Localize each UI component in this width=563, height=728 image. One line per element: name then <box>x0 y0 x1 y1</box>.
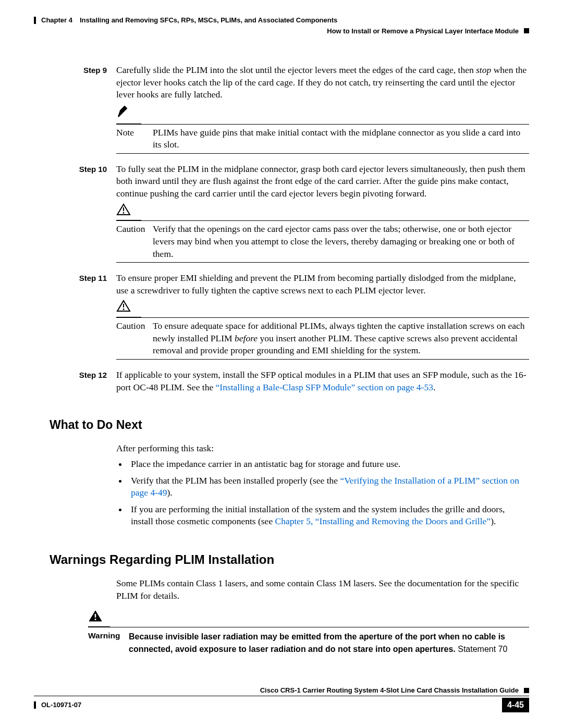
step-body: To fully seat the PLIM in the midplane c… <box>116 163 529 200</box>
list-item: Verify that the PLIM has been installed … <box>128 475 529 499</box>
caution-label: Caution <box>116 320 153 357</box>
step-body: Carefully slide the PLIM into the slot u… <box>116 64 529 101</box>
heading-what-to-do-next: What to Do Next <box>50 417 529 433</box>
warning-text: Because invisible laser radiation may be… <box>129 631 529 655</box>
list-item: Place the impedance carrier in an antist… <box>128 458 529 471</box>
what-next-intro: After performing this task: <box>116 442 529 455</box>
warning-label: Warning <box>88 631 129 655</box>
caution-triangle-icon <box>116 203 131 216</box>
warning-triangle-icon <box>88 610 103 622</box>
note-pen-icon <box>116 104 131 119</box>
warnings-intro: Some PLIMs contain Class 1 lasers, and s… <box>116 577 529 602</box>
svg-point-1 <box>123 212 125 214</box>
caution-block: Caution Verify that the openings on the … <box>116 203 529 263</box>
header-square-icon <box>524 28 529 33</box>
step-body: To ensure proper EMI shielding and preve… <box>116 272 529 297</box>
list-item: If you are performing the initial instal… <box>128 503 529 528</box>
caution-text: Verify that the openings on the card eje… <box>153 223 529 260</box>
what-next-list: Place the impedance carrier in an antist… <box>116 458 529 528</box>
guide-title: Cisco CRS-1 Carrier Routing System 4-Slo… <box>260 686 519 695</box>
step-label: Step 10 <box>34 163 116 200</box>
caution-triangle-icon <box>116 300 131 312</box>
section-title: How to Install or Remove a Physical Laye… <box>327 27 519 36</box>
heading-warnings: Warnings Regarding PLIM Installation <box>50 551 529 568</box>
section-header: How to Install or Remove a Physical Laye… <box>34 27 529 36</box>
step-label: Step 11 <box>34 272 116 297</box>
step-body: If applicable to your system, install th… <box>116 369 529 393</box>
footer-bar-icon <box>34 701 36 709</box>
cross-reference-link[interactable]: Chapter 5, “Installing and Removing the … <box>275 516 491 526</box>
step-row: Step 11 To ensure proper EMI shielding a… <box>34 272 529 297</box>
warning-block: Warning Because invisible laser radiatio… <box>88 610 529 656</box>
chapter-header: Chapter 4 Installing and Removing SFCs, … <box>34 16 529 25</box>
svg-point-3 <box>123 309 125 311</box>
chapter-title: Installing and Removing SFCs, RPs, MSCs,… <box>80 16 337 25</box>
cross-reference-link[interactable]: “Installing a Bale-Clasp SFP Module” sec… <box>216 382 433 392</box>
doc-id: OL-10971-07 <box>41 700 81 710</box>
note-label: Note <box>116 127 153 151</box>
note-text: PLIMs have guide pins that make initial … <box>153 127 529 151</box>
chapter-label: Chapter 4 <box>41 16 72 25</box>
step-label: Step 9 <box>34 64 116 101</box>
step-row: Step 12 If applicable to your system, in… <box>34 369 529 393</box>
caution-label: Caution <box>116 223 153 260</box>
caution-block: Caution To ensure adequate space for add… <box>116 300 529 360</box>
svg-point-5 <box>94 619 96 620</box>
caution-text: To ensure adequate space for additional … <box>153 320 529 357</box>
page-footer: Cisco CRS-1 Carrier Routing System 4-Slo… <box>34 686 529 712</box>
step-row: Step 10 To fully seat the PLIM in the mi… <box>34 163 529 200</box>
note-block: Note PLIMs have guide pins that make ini… <box>116 104 529 154</box>
step-row: Step 9 Carefully slide the PLIM into the… <box>34 64 529 101</box>
step-label: Step 12 <box>34 369 116 393</box>
page-number: 4-45 <box>502 698 529 712</box>
footer-square-icon <box>524 688 529 693</box>
